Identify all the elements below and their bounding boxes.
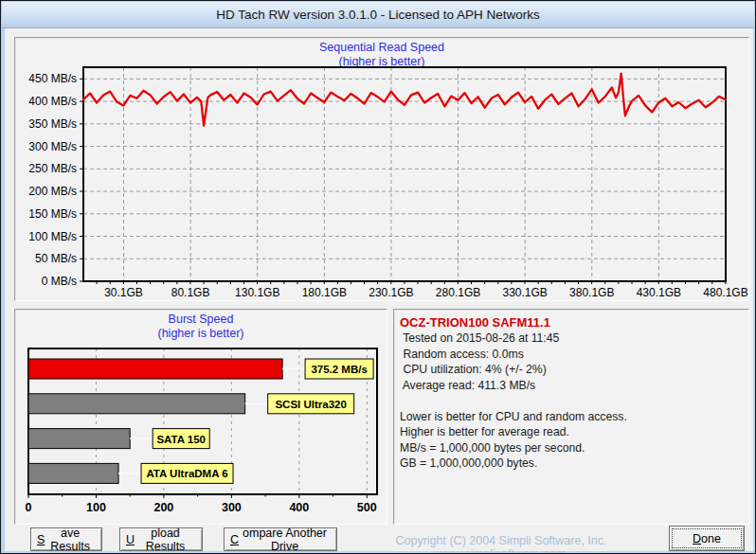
info-line	[400, 393, 743, 409]
info-line: Lower is better for CPU and random acces…	[400, 409, 743, 425]
drive-info-panel: OCZ-TRION100 SAFM11.1 Tested on 2015-08-…	[393, 309, 749, 525]
svg-text:ATA UltraDMA 6: ATA UltraDMA 6	[146, 468, 227, 479]
svg-text:450 MB/s: 450 MB/s	[28, 72, 77, 85]
svg-text:300 MB/s: 300 MB/s	[28, 140, 77, 153]
burst-speed-chart: 375.2 MB/sSCSI Ultra320SATA 150ATA Ultra…	[15, 310, 387, 524]
svg-text:200 MB/s: 200 MB/s	[28, 185, 77, 198]
svg-text:0: 0	[26, 501, 32, 514]
svg-text:400 MB/s: 400 MB/s	[28, 95, 77, 108]
info-line: MB/s = 1,000,000 bytes per second.	[400, 440, 743, 456]
svg-text:150 MB/s: 150 MB/s	[28, 207, 77, 221]
svg-text:430.1GB: 430.1GB	[637, 286, 681, 299]
svg-text:200: 200	[153, 501, 173, 514]
svg-text:380.1GB: 380.1GB	[569, 286, 614, 299]
svg-text:250 MB/s: 250 MB/s	[28, 162, 77, 175]
burst-speed-panel: Burst Speed (higher is better) 375.2 MB/…	[14, 309, 387, 525]
compare-another-drive-button[interactable]: Compare Another Drive	[224, 527, 337, 551]
svg-text:500: 500	[357, 501, 377, 514]
svg-text:480.1GB: 480.1GB	[703, 286, 747, 299]
info-line: Tested on 2015-08-26 at 11:45	[400, 331, 743, 347]
svg-text:400: 400	[289, 501, 309, 514]
info-line: GB = 1,000,000,000 bytes.	[400, 456, 743, 472]
svg-text:100 MB/s: 100 MB/s	[28, 230, 77, 243]
save-results-button[interactable]: Save Results	[30, 527, 102, 551]
client-area: Sequential Read Speed (higher is better)…	[5, 28, 753, 551]
window-title: HD Tach RW version 3.0.1.0 - Licensed to…	[216, 8, 540, 22]
info-line: Random access: 0.0ms	[400, 347, 743, 363]
done-button[interactable]: Done	[669, 526, 745, 551]
svg-text:SCSI Ultra320: SCSI Ultra320	[275, 399, 346, 410]
copyright-text: Copyright (C) 2004 Simpli Software, Inc.…	[359, 534, 643, 554]
svg-text:375.2 MB/s: 375.2 MB/s	[311, 364, 367, 375]
info-line: Average read: 411.3 MB/s	[400, 378, 743, 394]
svg-text:100: 100	[86, 501, 106, 514]
info-line: CPU utilization: 4% (+/- 2%)	[400, 362, 743, 378]
drive-name: OCZ-TRION100 SAFM11.1	[400, 314, 743, 331]
svg-text:0 MB/s: 0 MB/s	[42, 275, 77, 288]
info-line: Higher is better for average read.	[400, 424, 743, 440]
svg-text:50 MB/s: 50 MB/s	[35, 252, 77, 265]
sequential-read-panel: Sequential Read Speed (higher is better)…	[14, 37, 749, 301]
svg-text:230.1GB: 230.1GB	[369, 286, 413, 299]
upload-results-button[interactable]: Upload Results	[119, 527, 203, 551]
drive-info-lines: Tested on 2015-08-26 at 11:45 Random acc…	[400, 331, 743, 472]
svg-text:130.1GB: 130.1GB	[235, 286, 279, 299]
svg-text:330.1GB: 330.1GB	[502, 286, 547, 299]
app-window: HD Tach RW version 3.0.1.0 - Licensed to…	[0, 0, 756, 554]
title-bar[interactable]: HD Tach RW version 3.0.1.0 - Licensed to…	[2, 2, 754, 28]
svg-text:30.1GB: 30.1GB	[104, 286, 143, 299]
sequential-read-chart: 0 MB/s50 MB/s100 MB/s150 MB/s200 MB/s250…	[15, 38, 748, 300]
svg-text:280.1GB: 280.1GB	[436, 286, 480, 299]
svg-text:180.1GB: 180.1GB	[302, 286, 347, 299]
svg-text:80.1GB: 80.1GB	[171, 286, 210, 299]
svg-text:SATA 150: SATA 150	[156, 434, 206, 445]
svg-text:300: 300	[222, 501, 242, 514]
svg-text:350 MB/s: 350 MB/s	[28, 117, 77, 131]
